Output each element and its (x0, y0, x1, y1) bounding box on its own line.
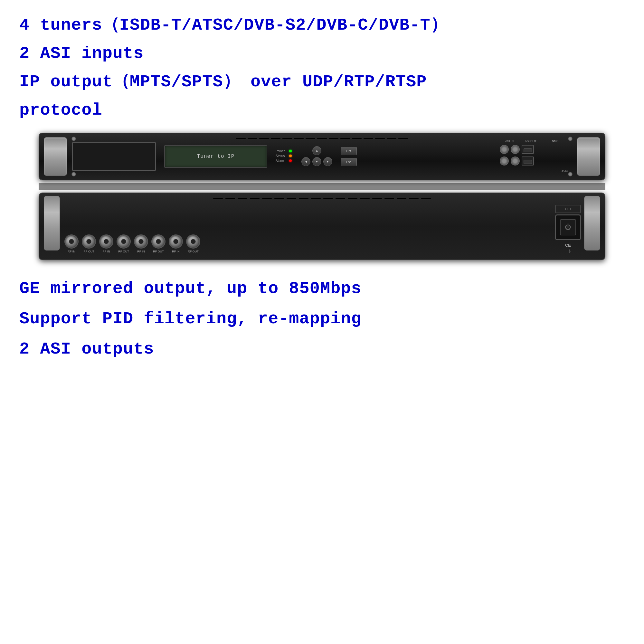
rf-group-4: RF OUT (117, 234, 131, 253)
feature-line-3: IP output（MPTS/SPTS） over UDP/RTP/RTSP (19, 70, 427, 95)
power-label: Power (276, 149, 287, 153)
rf-in-2 (99, 234, 113, 249)
vent-slot (248, 138, 257, 139)
nav-left-button[interactable]: ◀ (301, 157, 310, 166)
ground-symbol: ⏚ (568, 248, 571, 253)
rf-out-label-1: RF OUT (83, 250, 94, 253)
panel-gap (39, 183, 605, 190)
screw (71, 172, 76, 176)
status-led (289, 155, 292, 157)
asi-in-connector-2 (500, 156, 509, 166)
right-ear (577, 137, 600, 176)
front-panel: Tuner to IP Power Status Alarm (39, 133, 605, 180)
ent-esc-area: Ent Esc (341, 147, 357, 166)
feature-line-6: Support PID filtering, re-mapping (19, 307, 362, 332)
vent-slot (306, 138, 315, 139)
data-label: DATA (561, 169, 568, 173)
vent-slot (311, 198, 321, 199)
rf-group-6: RF OUT (151, 234, 166, 253)
alarm-label: Alarm (276, 159, 287, 163)
vent-slot (238, 198, 247, 199)
rf-out-1 (82, 234, 96, 249)
vent-slot (299, 198, 308, 199)
vent-slot (317, 138, 327, 139)
vent-slot (340, 138, 350, 139)
vent-slot (375, 138, 385, 139)
feature-line-4: protocol (19, 98, 102, 123)
rf-out-label-2: RF OUT (118, 250, 129, 253)
vent-slot (271, 138, 280, 139)
rf-out-2 (117, 234, 131, 249)
vent-slot (348, 198, 357, 199)
asi-out-connector-2 (511, 156, 520, 166)
indicators-section: Power Status Alarm (276, 149, 292, 164)
vent-slot (421, 198, 431, 199)
vent-slot (409, 198, 419, 199)
feature-line-1: 4 tuners（ISDB-T/ATSC/DVB-S2/DVB-C/DVB-T） (19, 13, 448, 38)
display-text: Tuner to IP (197, 154, 235, 159)
bottom-features: GE mirrored output, up to 850Mbps Suppor… (19, 276, 362, 365)
rf-group-8: RF OUT (186, 234, 200, 253)
power-inlet-inner: ⏻ (560, 219, 576, 235)
power-inlet: ⏻ (555, 214, 581, 240)
vent-slot (398, 138, 408, 139)
rf-out-label-3: RF OUT (153, 250, 164, 253)
vent-slot (384, 198, 394, 199)
display-screen: Tuner to IP (164, 145, 267, 168)
back-left-ear (44, 196, 60, 251)
power-icon: ⏻ (565, 223, 571, 231)
devices-area: Tuner to IP Power Status Alarm (19, 133, 625, 260)
feature-line-7: 2 ASI outputs (19, 337, 362, 362)
asi-in-connector-1 (500, 145, 509, 154)
asi-out-label: ASI OUT (521, 139, 540, 143)
rf-in-4 (169, 234, 183, 249)
left-ear (44, 137, 67, 176)
front-vent-area (152, 137, 492, 140)
ent-button[interactable]: Ent (341, 147, 357, 155)
back-panel: RF IN RF OUT RF IN RF OUT (39, 193, 605, 260)
alarm-indicator: Alarm (276, 159, 292, 163)
vent-slot (336, 198, 345, 199)
rf-in-label-3: RF IN (137, 250, 145, 253)
rf-in-label-2: RF IN (102, 250, 110, 253)
vent-slot (360, 198, 370, 199)
feature-line-5: GE mirrored output, up to 850Mbps (19, 276, 362, 301)
esc-button[interactable]: Esc (341, 158, 357, 166)
rf-in-1 (64, 234, 79, 249)
rf-in-3 (134, 234, 148, 249)
right-connectors: ASI IN ASI OUT NMS DATA (500, 139, 568, 174)
status-indicator: Status (276, 154, 292, 158)
back-right-ear (584, 196, 600, 251)
feature-line-2: 2 ASI inputs (19, 41, 144, 66)
back-vent-area (104, 196, 540, 201)
vent-slot (236, 138, 246, 139)
vent-slot (352, 138, 362, 139)
vent-slot (287, 198, 296, 199)
rf-group-7: RF IN (169, 234, 183, 253)
nav-down-button[interactable]: ▼ (312, 157, 321, 166)
vent-slot (329, 138, 338, 139)
vent-slot (274, 198, 284, 199)
nav-right-button[interactable]: ▶ (323, 157, 332, 166)
power-led (289, 150, 292, 152)
asi-out-connector-1 (511, 145, 520, 154)
vent-slot (387, 138, 396, 139)
rf-in-label-1: RF IN (68, 250, 75, 253)
rf-out-3 (151, 234, 166, 249)
rf-in-label-4: RF IN (172, 250, 180, 253)
power-indicator: Power (276, 149, 292, 153)
alarm-led (289, 159, 292, 162)
vent-slot (250, 198, 260, 199)
screw (71, 137, 76, 141)
nav-up-button[interactable]: ▲ (312, 146, 321, 155)
ce-mark: CE (565, 243, 571, 248)
vent-slot (372, 198, 382, 199)
rf-group-1: RF IN (64, 234, 79, 253)
vent-slot (364, 138, 373, 139)
rf-area: RF IN RF OUT RF IN RF OUT (63, 234, 555, 253)
nms-ethernet-2 (522, 156, 534, 166)
power-switch[interactable]: O I (555, 205, 581, 213)
power-section: O I ⏻ CE ⏚ (555, 205, 581, 253)
rf-group-3: RF IN (99, 234, 113, 253)
screw (568, 137, 573, 141)
